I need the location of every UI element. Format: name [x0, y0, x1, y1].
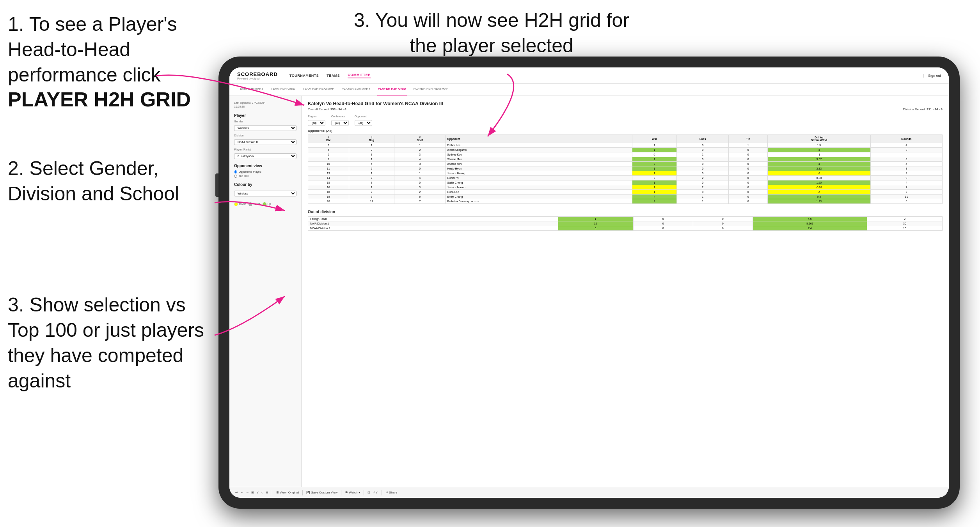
cell-win: 4 [632, 195, 676, 199]
cell-rounds: 11 [870, 195, 942, 199]
cell-rounds: 3 [870, 166, 942, 171]
colour-by-select[interactable]: Win/loss [234, 191, 296, 196]
cell-reg: 2 [349, 166, 394, 171]
cell-conf: 5 [394, 180, 446, 185]
toolbar-back[interactable]: ← [240, 491, 243, 494]
instruction-step3a-text: 3. You will now see H2H grid for the pla… [351, 8, 632, 58]
sub-nav-player-h2h-grid[interactable]: PLAYER H2H GRID [377, 84, 407, 96]
out-div-loss: 0 [633, 221, 693, 226]
cell-div: 19 [308, 195, 349, 199]
cell-div: 3 [308, 143, 349, 148]
toolbar-watch[interactable]: 👁 Watch ▾ [345, 491, 360, 494]
cell-rounds: 4 [870, 143, 942, 148]
out-div-diff: 7.4 [753, 226, 867, 231]
toolbar-circle[interactable]: ○ [261, 491, 263, 494]
cell-tie: 0 [729, 199, 768, 204]
cell-reg: 1 [349, 185, 394, 190]
logo: SCOREBOARD Powered by clippd [237, 71, 278, 80]
col-opponent: Opponent [446, 135, 632, 143]
sign-out-btn[interactable]: Sign out [928, 74, 941, 78]
toolbar-undo[interactable]: ↩ [235, 491, 238, 494]
toolbar-grid[interactable]: ⊞ [251, 491, 254, 494]
sub-nav-team-summary[interactable]: TEAM SUMMARY [237, 84, 264, 95]
logo-subtext: Powered by clippd [237, 77, 278, 80]
table-row: 15 8 5 Stella Cheng 1 0 0 1.25 4 [308, 180, 943, 185]
nav-teams[interactable]: TEAMS [327, 74, 340, 78]
cell-tie: 0 [729, 148, 768, 152]
out-div-tie: 0 [693, 217, 753, 221]
toolbar-refresh[interactable]: ⊕ [266, 491, 268, 494]
sidebar-timestamp: Last Updated: 27/03/202416:55:38 [234, 101, 296, 109]
instruction-step1-bold: PLAYER H2H GRID [8, 88, 218, 111]
filter-conference-select[interactable]: (All) [331, 120, 349, 126]
cell-loss: 0 [677, 171, 729, 176]
radio-top-100[interactable]: Top 100 [234, 175, 296, 178]
division-select[interactable]: NCAA Division III [234, 139, 296, 145]
filter-region-select[interactable]: (All) [308, 120, 325, 126]
toolbar-share[interactable]: ↗ Share [385, 491, 398, 494]
cell-div: 16 [308, 185, 349, 190]
toolbar-separator5 [382, 490, 382, 495]
toolbar-save-custom[interactable]: 💾 Save Custom View [306, 491, 337, 494]
filter-row: Region (All) Conference (All) Opponent [308, 115, 943, 126]
cell-loss: 1 [677, 199, 729, 204]
cell-opponent: Alexis Sudjianto [446, 148, 632, 152]
cell-div: 6 [308, 152, 349, 157]
sub-nav-team-h2h-heatmap[interactable]: TEAM H2H HEATMAP [302, 84, 335, 95]
col-loss: Loss [677, 135, 729, 143]
nav-separator: | [923, 74, 924, 78]
sub-nav-player-summary[interactable]: PLAYER SUMMARY [341, 84, 371, 95]
out-div-rounds: 2 [867, 217, 942, 221]
cell-div: 18 [308, 190, 349, 195]
cell-diff: 4 [767, 162, 870, 166]
toolbar-resize[interactable]: ↗↙ [373, 491, 378, 494]
sidebar-player-section: Player Gender Women's Division NCAA Divi… [234, 113, 296, 164]
sub-nav-team-h2h-grid[interactable]: TEAM H2H GRID [270, 84, 296, 95]
cell-opponent: Jessica Mason [446, 185, 632, 190]
nav-tournaments[interactable]: TOURNAMENTS [289, 74, 319, 78]
table-row: 19 6 6 Emily Chang 4 1 0 0.3 11 [308, 195, 943, 199]
cell-reg: 1 [349, 171, 394, 176]
col-reg: #Reg [349, 135, 394, 143]
cell-conf: 1 [394, 143, 446, 148]
tablet-side-button [215, 173, 218, 197]
toolbar-forward[interactable]: → [246, 491, 249, 494]
cell-diff: -0.94 [767, 185, 870, 190]
filter-opponent-select[interactable]: (All) [355, 120, 372, 126]
gender-label: Gender [234, 120, 296, 123]
toolbar-grid2[interactable]: ⊡ [368, 491, 370, 494]
radio-opponents-played[interactable]: Opponents Played [234, 170, 296, 173]
overall-record: Overall Record: 353 - 34 - 6 [308, 108, 346, 111]
toolbar-view-original[interactable]: 🖥 View: Original [276, 491, 299, 494]
opponent-view-title: Opponent view [234, 164, 296, 168]
table-row: 10 6 3 Andrea York 2 0 0 4 4 [308, 162, 943, 166]
cell-opponent: Stella Cheng [446, 180, 632, 185]
cell-win: 2 [632, 162, 676, 166]
cell-win: 1 [632, 190, 676, 195]
col-div: #Div [308, 135, 349, 143]
division-record: Division Record: 331 - 34 - 6 [903, 108, 943, 111]
sub-nav-player-h2h-heatmap[interactable]: PLAYER H2H HEATMAP [413, 84, 449, 95]
player-rank-select[interactable]: 8. Katelyn Vo [234, 153, 296, 159]
toolbar-export[interactable]: ↙ [256, 491, 259, 494]
cell-diff: 1.5 [767, 143, 870, 148]
cell-tie: 0 [729, 166, 768, 171]
cell-win: 1 [632, 143, 676, 148]
cell-rounds: 2 [870, 190, 942, 195]
cell-rounds [870, 152, 942, 157]
table-row: 6 3 3 Sydney Kuo 0 1 0 -1 [308, 152, 943, 157]
instruction-step3b-text: 3. Show selection vs Top 100 or just pla… [8, 292, 215, 394]
gender-select[interactable]: Women's [234, 125, 296, 131]
table-row: 11 2 5 Heejo Hyun 1 0 0 3.33 3 [308, 166, 943, 171]
cell-reg: 2 [349, 148, 394, 152]
out-div-rounds: 30 [867, 221, 942, 226]
cell-conf: 4 [394, 157, 446, 162]
out-div-tie: 0 [693, 226, 753, 231]
out-div-win: 5 [558, 226, 633, 231]
nav-committee[interactable]: COMMITTEE [348, 73, 371, 78]
cell-loss: 0 [677, 162, 729, 166]
cell-opponent: Esther Lee [446, 143, 632, 148]
col-tie: Tie [729, 135, 768, 143]
cell-reg: 3 [349, 152, 394, 157]
colour-by-section: Colour by Win/loss Down Level [234, 182, 296, 206]
